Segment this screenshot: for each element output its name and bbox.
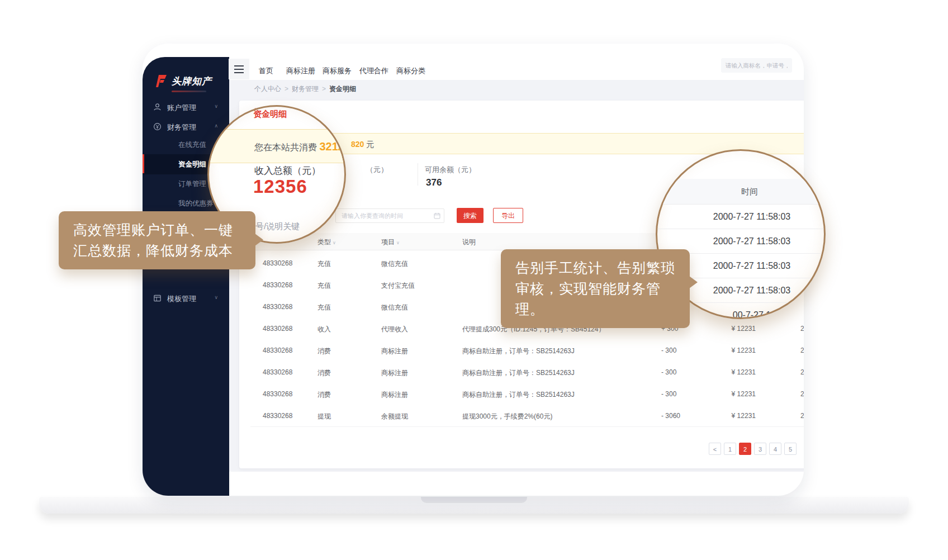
logo-title: 头牌知产 — [172, 75, 212, 88]
search-button[interactable]: 搜索 — [457, 208, 484, 223]
marketing-stage: 头牌知产 账户管理 ∨ 财务管理 ∧ 在线充值 — [0, 0, 948, 560]
magnified-income-value: 12356 — [253, 176, 307, 197]
hamburger-icon — [234, 65, 244, 67]
column-header-type[interactable]: 类型∨ — [317, 238, 336, 247]
nav-item-trademark-class[interactable]: 商标分类 — [396, 66, 425, 76]
pagination-page-1[interactable]: 1 — [724, 443, 736, 455]
sort-icon: ∨ — [396, 240, 400, 245]
breadcrumb: 个人中心>财务管理>资金明细 — [254, 84, 356, 94]
banner-amount: 820 — [351, 140, 364, 149]
sidebar-item-label: 账户管理 — [167, 103, 196, 113]
chevron-down-icon: ∨ — [214, 103, 218, 109]
nav-item-home[interactable]: 首页 — [259, 66, 273, 76]
column-header-project[interactable]: 项目∨ — [381, 238, 400, 247]
sidebar-item-finance[interactable]: 财务管理 ∧ — [143, 118, 229, 136]
sidebar-item-label: 财务管理 — [167, 122, 196, 132]
pagination-page-5[interactable]: 5 — [784, 443, 797, 455]
logo-subtitle-bar — [172, 91, 206, 92]
breadcrumb-item-current: 资金明细 — [329, 85, 356, 93]
nav-item-trademark-service[interactable]: 商标服务 — [323, 66, 352, 76]
logo[interactable]: 头牌知产 — [154, 74, 212, 88]
balance-label: 可用余额（元） — [425, 165, 476, 175]
sidebar-item-account[interactable]: 账户管理 ∨ — [143, 98, 229, 116]
magnified-time-value: 2000-7-27 11:58:03 — [657, 205, 826, 229]
table-row[interactable]: 48330268 提现 余额提现 提现3000元，手续费2%(60元) - 30… — [250, 405, 804, 427]
chevron-down-icon: ∨ — [214, 295, 218, 300]
pagination-page-4[interactable]: 4 — [769, 443, 781, 455]
sidebar-item-template[interactable]: 模板管理 ∨ — [143, 290, 229, 307]
template-icon — [153, 294, 162, 302]
magnified-banner: 您在本站共消费 32124 元 — [209, 129, 346, 163]
column-header-desc: 说明 — [462, 238, 476, 247]
magnified-income-label: 收入总额（元） — [254, 164, 321, 177]
export-button[interactable]: 导出 — [493, 208, 523, 223]
banner-suffix: 元 — [366, 140, 374, 149]
callout-right: 告别手工统计、告别繁琐审核，实现智能财务管理。 — [501, 249, 690, 328]
hamburger-menu-button[interactable] — [229, 59, 249, 79]
nav-item-trademark-register[interactable]: 商标注册 — [286, 66, 315, 76]
hamburger-icon — [234, 72, 244, 73]
finance-icon — [153, 122, 162, 131]
magnified-tab-fragment: 资金明细 — [253, 109, 287, 120]
logo-icon — [154, 74, 168, 88]
calendar-icon[interactable] — [434, 212, 440, 219]
sort-icon: ∨ — [333, 240, 336, 245]
breadcrumb-item[interactable]: 财务管理 — [292, 85, 319, 93]
laptop-base-notch — [421, 497, 527, 503]
callout-arrow-right-icon — [689, 276, 698, 288]
laptop-base — [39, 497, 909, 514]
balance-value: 376 — [426, 177, 442, 188]
date-query-input[interactable] — [335, 208, 444, 223]
magnified-time-header: 时间 — [657, 179, 826, 205]
callout-arrow-right-icon — [255, 234, 263, 246]
user-icon — [153, 103, 162, 111]
breadcrumb-item[interactable]: 个人中心 — [254, 85, 281, 93]
table-row[interactable]: 48330268 消费 商标注册 商标自助注册，订单号：SB2514263J -… — [250, 361, 804, 383]
nav-item-agency[interactable]: 代理合作 — [359, 66, 388, 76]
sidebar-item-label: 模板管理 — [167, 294, 196, 304]
stat-label-partial: （元） — [366, 165, 388, 175]
table-row[interactable]: 48330268 消费 商标注册 商标自助注册，订单号：SB2514263J -… — [250, 383, 804, 405]
hamburger-icon — [234, 69, 244, 70]
stat-divider — [418, 163, 418, 186]
sidebar: 头牌知产 账户管理 ∨ 财务管理 ∧ 在线充值 — [143, 57, 229, 496]
table-row[interactable]: 48330268 消费 商标注册 商标自助注册，订单号：SB2514263J -… — [250, 339, 804, 362]
pagination-prev-button[interactable]: < — [709, 443, 721, 455]
pagination-page-3[interactable]: 3 — [754, 443, 766, 455]
chevron-up-icon: ∧ — [214, 123, 218, 129]
callout-left: 高效管理账户订单、一键汇总数据，降低财务成本 — [59, 211, 255, 269]
search-input[interactable] — [721, 58, 792, 73]
pagination-page-2-active[interactable]: 2 — [739, 443, 751, 455]
